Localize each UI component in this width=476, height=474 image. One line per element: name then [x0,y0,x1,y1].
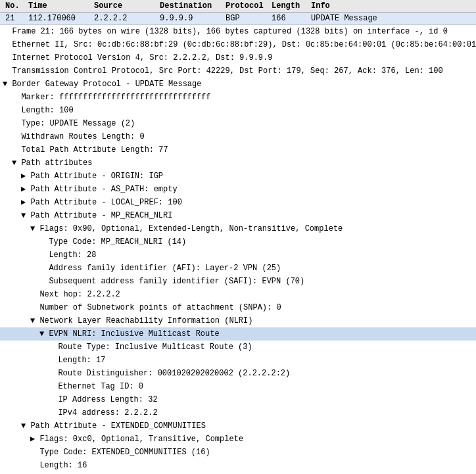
packet-time: 112.170060 [26,14,91,23]
column-headers: No. Time Source Destination Protocol Len… [0,0,476,12]
detail-line: Frame 21: 166 bytes on wire (1328 bits),… [0,25,476,38]
packet-row[interactable]: 21 112.170060 2.2.2.2 9.9.9.9 BGP 166 UP… [0,12,476,25]
detail-line: Subsequent address family identifier (SA… [0,275,476,288]
detail-line: Next hop: 2.2.2.2 [0,288,476,301]
detail-line: Length: 17 [0,354,476,367]
packet-details: Frame 21: 166 bytes on wire (1328 bits),… [0,25,476,474]
packet-protocol: BGP [223,14,269,23]
detail-line: Type: UPDATE Message (2) [0,117,476,130]
col-header-len: Length [269,1,308,11]
detail-line: Route Type: Inclusive Multicast Route (3… [0,341,476,354]
packet-info: UPDATE Message [308,14,473,23]
col-header-source: Source [91,1,157,11]
detail-line: Type Code: EXTENDED_COMMUNITIES (16) [0,446,476,459]
detail-line: Ethernet II, Src: 0c:db:6c:88:bf:29 (0c:… [0,38,476,51]
detail-line: Ethernet Tag ID: 0 [0,380,476,393]
detail-line: IP Address Length: 32 [0,393,476,406]
detail-line[interactable]: ▼ Border Gateway Protocol - UPDATE Messa… [0,78,476,91]
detail-line: Number of Subnetwork points of attachmen… [0,301,476,314]
packet-source: 2.2.2.2 [91,14,157,23]
col-header-time: Time [26,1,91,11]
packet-list: No. Time Source Destination Protocol Len… [0,0,476,25]
detail-line: Length: 28 [0,249,476,262]
col-header-no: No. [3,1,26,11]
detail-line: Type Code: MP_REACH_NLRI (14) [0,235,476,249]
col-header-dest: Destination [157,1,223,11]
detail-line: Length: 16 [0,459,476,472]
detail-line: IPv4 address: 2.2.2.2 [0,406,476,419]
packet-length: 166 [269,14,308,23]
detail-line: Address family identifier (AFI): Layer-2… [0,262,476,275]
detail-line[interactable]: ▼ Path Attribute - MP_REACH_NLRI [0,209,476,222]
packet-destination: 9.9.9.9 [157,14,223,23]
detail-line[interactable]: ▶ Path Attribute - AS_PATH: empty [0,183,476,196]
detail-line: Withdrawn Routes Length: 0 [0,130,476,143]
detail-line[interactable]: ▼ Path attributes [0,156,476,170]
detail-line[interactable]: ▼ Path Attribute - EXTENDED_COMMUNITIES [0,419,476,433]
detail-line[interactable]: ▶ Flags: 0xc0, Optional, Transitive, Com… [0,433,476,446]
detail-line: Length: 100 [0,104,476,117]
packet-no: 21 [3,14,26,23]
detail-line: Route Distinguisher: 0001020202020002 (2… [0,367,476,380]
col-header-info: Info [308,1,473,11]
detail-line[interactable]: ▼ EVPN NLRI: Inclusive Multicast Route [0,327,476,341]
detail-line[interactable]: ▶ Path Attribute - LOCAL_PREF: 100 [0,196,476,209]
detail-line: Marker: ffffffffffffffffffffffffffffffff [0,91,476,104]
detail-line[interactable]: ▼ Network Layer Reachability Information… [0,314,476,327]
col-header-proto: Protocol [223,1,269,11]
detail-line: Total Path Attribute Length: 77 [0,143,476,156]
detail-line[interactable]: ▼ Flags: 0x90, Optional, Extended-Length… [0,222,476,235]
detail-line: Transmission Control Protocol, Src Port:… [0,64,476,78]
detail-line: Internet Protocol Version 4, Src: 2.2.2.… [0,51,476,64]
detail-line[interactable]: ▶ Path Attribute - ORIGIN: IGP [0,170,476,183]
